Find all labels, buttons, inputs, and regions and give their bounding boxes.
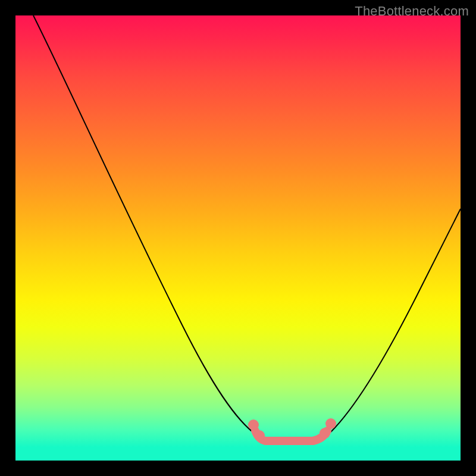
curve-svg — [15, 15, 461, 461]
watermark-text: TheBottleneck.com — [355, 4, 469, 19]
chart-frame: TheBottleneck.com — [0, 0, 476, 476]
highlight-dot-right — [325, 418, 336, 429]
plot-area — [15, 15, 461, 461]
highlight-dot-left — [248, 419, 259, 430]
bottleneck-curve-left — [33, 15, 256, 435]
highlight-dot-right-lower — [320, 428, 330, 439]
highlight-dot-left-lower — [254, 430, 265, 441]
optimal-range-highlight — [255, 431, 327, 441]
bottleneck-curve-right — [331, 209, 461, 432]
